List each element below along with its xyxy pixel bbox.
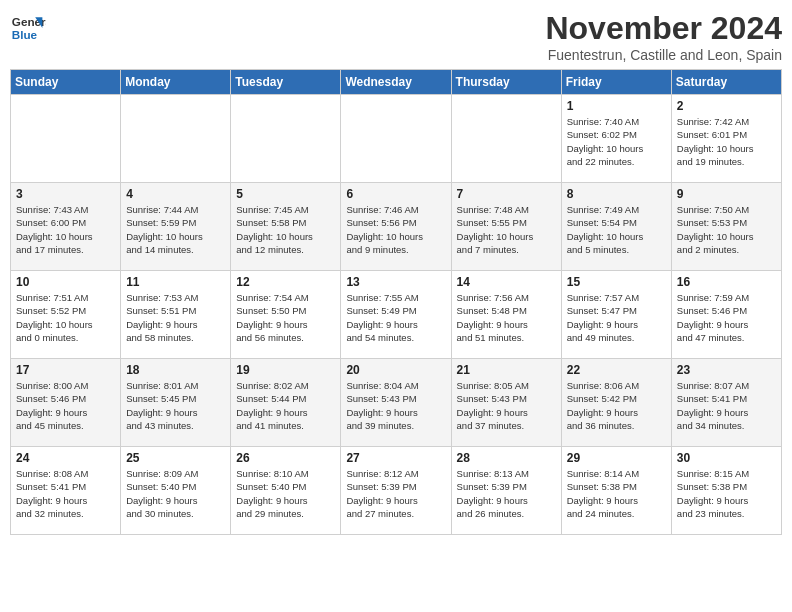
calendar-week-row: 17Sunrise: 8:00 AM Sunset: 5:46 PM Dayli… [11,359,782,447]
day-info: Sunrise: 8:14 AM Sunset: 5:38 PM Dayligh… [567,467,666,520]
calendar-cell: 6Sunrise: 7:46 AM Sunset: 5:56 PM Daylig… [341,183,451,271]
calendar-cell [341,95,451,183]
day-info: Sunrise: 7:45 AM Sunset: 5:58 PM Dayligh… [236,203,335,256]
calendar-week-row: 1Sunrise: 7:40 AM Sunset: 6:02 PM Daylig… [11,95,782,183]
calendar-cell: 26Sunrise: 8:10 AM Sunset: 5:40 PM Dayli… [231,447,341,535]
calendar-cell [11,95,121,183]
page-header: General Blue November 2024 Fuentestrun, … [10,10,782,63]
calendar-cell: 2Sunrise: 7:42 AM Sunset: 6:01 PM Daylig… [671,95,781,183]
calendar-cell: 30Sunrise: 8:15 AM Sunset: 5:38 PM Dayli… [671,447,781,535]
day-number: 3 [16,187,115,201]
day-number: 25 [126,451,225,465]
day-info: Sunrise: 7:40 AM Sunset: 6:02 PM Dayligh… [567,115,666,168]
day-number: 27 [346,451,445,465]
day-number: 22 [567,363,666,377]
header-sunday: Sunday [11,70,121,95]
day-info: Sunrise: 7:42 AM Sunset: 6:01 PM Dayligh… [677,115,776,168]
logo: General Blue [10,10,46,46]
day-info: Sunrise: 8:04 AM Sunset: 5:43 PM Dayligh… [346,379,445,432]
title-section: November 2024 Fuentestrun, Castille and … [545,10,782,63]
day-info: Sunrise: 7:50 AM Sunset: 5:53 PM Dayligh… [677,203,776,256]
calendar-cell: 11Sunrise: 7:53 AM Sunset: 5:51 PM Dayli… [121,271,231,359]
day-number: 12 [236,275,335,289]
day-number: 30 [677,451,776,465]
calendar-cell: 10Sunrise: 7:51 AM Sunset: 5:52 PM Dayli… [11,271,121,359]
calendar-cell [451,95,561,183]
calendar-cell: 17Sunrise: 8:00 AM Sunset: 5:46 PM Dayli… [11,359,121,447]
calendar-cell [231,95,341,183]
calendar-week-row: 24Sunrise: 8:08 AM Sunset: 5:41 PM Dayli… [11,447,782,535]
day-info: Sunrise: 8:10 AM Sunset: 5:40 PM Dayligh… [236,467,335,520]
calendar-cell: 23Sunrise: 8:07 AM Sunset: 5:41 PM Dayli… [671,359,781,447]
day-number: 17 [16,363,115,377]
day-number: 21 [457,363,556,377]
day-number: 16 [677,275,776,289]
calendar-cell: 14Sunrise: 7:56 AM Sunset: 5:48 PM Dayli… [451,271,561,359]
day-number: 14 [457,275,556,289]
calendar-table: SundayMondayTuesdayWednesdayThursdayFrid… [10,69,782,535]
day-info: Sunrise: 7:43 AM Sunset: 6:00 PM Dayligh… [16,203,115,256]
day-info: Sunrise: 7:44 AM Sunset: 5:59 PM Dayligh… [126,203,225,256]
calendar-cell: 4Sunrise: 7:44 AM Sunset: 5:59 PM Daylig… [121,183,231,271]
day-info: Sunrise: 8:12 AM Sunset: 5:39 PM Dayligh… [346,467,445,520]
day-number: 19 [236,363,335,377]
calendar-week-row: 3Sunrise: 7:43 AM Sunset: 6:00 PM Daylig… [11,183,782,271]
day-info: Sunrise: 8:02 AM Sunset: 5:44 PM Dayligh… [236,379,335,432]
day-info: Sunrise: 7:59 AM Sunset: 5:46 PM Dayligh… [677,291,776,344]
calendar-cell: 28Sunrise: 8:13 AM Sunset: 5:39 PM Dayli… [451,447,561,535]
header-thursday: Thursday [451,70,561,95]
day-number: 9 [677,187,776,201]
day-number: 26 [236,451,335,465]
day-number: 13 [346,275,445,289]
calendar-cell: 19Sunrise: 8:02 AM Sunset: 5:44 PM Dayli… [231,359,341,447]
day-number: 20 [346,363,445,377]
calendar-cell: 27Sunrise: 8:12 AM Sunset: 5:39 PM Dayli… [341,447,451,535]
calendar-cell: 20Sunrise: 8:04 AM Sunset: 5:43 PM Dayli… [341,359,451,447]
calendar-cell: 21Sunrise: 8:05 AM Sunset: 5:43 PM Dayli… [451,359,561,447]
day-info: Sunrise: 7:49 AM Sunset: 5:54 PM Dayligh… [567,203,666,256]
day-info: Sunrise: 7:55 AM Sunset: 5:49 PM Dayligh… [346,291,445,344]
day-number: 6 [346,187,445,201]
day-info: Sunrise: 7:48 AM Sunset: 5:55 PM Dayligh… [457,203,556,256]
day-number: 24 [16,451,115,465]
day-number: 29 [567,451,666,465]
day-info: Sunrise: 7:46 AM Sunset: 5:56 PM Dayligh… [346,203,445,256]
calendar-cell: 5Sunrise: 7:45 AM Sunset: 5:58 PM Daylig… [231,183,341,271]
day-number: 28 [457,451,556,465]
day-info: Sunrise: 8:01 AM Sunset: 5:45 PM Dayligh… [126,379,225,432]
day-info: Sunrise: 7:56 AM Sunset: 5:48 PM Dayligh… [457,291,556,344]
calendar-cell: 24Sunrise: 8:08 AM Sunset: 5:41 PM Dayli… [11,447,121,535]
day-info: Sunrise: 8:05 AM Sunset: 5:43 PM Dayligh… [457,379,556,432]
day-number: 4 [126,187,225,201]
day-info: Sunrise: 8:13 AM Sunset: 5:39 PM Dayligh… [457,467,556,520]
day-info: Sunrise: 8:00 AM Sunset: 5:46 PM Dayligh… [16,379,115,432]
calendar-cell: 1Sunrise: 7:40 AM Sunset: 6:02 PM Daylig… [561,95,671,183]
calendar-cell: 22Sunrise: 8:06 AM Sunset: 5:42 PM Dayli… [561,359,671,447]
calendar-cell: 29Sunrise: 8:14 AM Sunset: 5:38 PM Dayli… [561,447,671,535]
day-info: Sunrise: 7:57 AM Sunset: 5:47 PM Dayligh… [567,291,666,344]
day-info: Sunrise: 8:15 AM Sunset: 5:38 PM Dayligh… [677,467,776,520]
calendar-cell: 16Sunrise: 7:59 AM Sunset: 5:46 PM Dayli… [671,271,781,359]
day-info: Sunrise: 8:07 AM Sunset: 5:41 PM Dayligh… [677,379,776,432]
day-info: Sunrise: 8:09 AM Sunset: 5:40 PM Dayligh… [126,467,225,520]
location-title: Fuentestrun, Castille and Leon, Spain [545,47,782,63]
header-wednesday: Wednesday [341,70,451,95]
day-number: 23 [677,363,776,377]
day-number: 18 [126,363,225,377]
calendar-cell: 13Sunrise: 7:55 AM Sunset: 5:49 PM Dayli… [341,271,451,359]
day-number: 1 [567,99,666,113]
header-monday: Monday [121,70,231,95]
calendar-cell: 9Sunrise: 7:50 AM Sunset: 5:53 PM Daylig… [671,183,781,271]
day-number: 2 [677,99,776,113]
calendar-cell: 25Sunrise: 8:09 AM Sunset: 5:40 PM Dayli… [121,447,231,535]
calendar-cell: 7Sunrise: 7:48 AM Sunset: 5:55 PM Daylig… [451,183,561,271]
day-info: Sunrise: 8:06 AM Sunset: 5:42 PM Dayligh… [567,379,666,432]
calendar-cell [121,95,231,183]
calendar-cell: 18Sunrise: 8:01 AM Sunset: 5:45 PM Dayli… [121,359,231,447]
month-title: November 2024 [545,10,782,47]
header-tuesday: Tuesday [231,70,341,95]
day-info: Sunrise: 7:54 AM Sunset: 5:50 PM Dayligh… [236,291,335,344]
day-number: 15 [567,275,666,289]
calendar-cell: 12Sunrise: 7:54 AM Sunset: 5:50 PM Dayli… [231,271,341,359]
day-info: Sunrise: 7:53 AM Sunset: 5:51 PM Dayligh… [126,291,225,344]
